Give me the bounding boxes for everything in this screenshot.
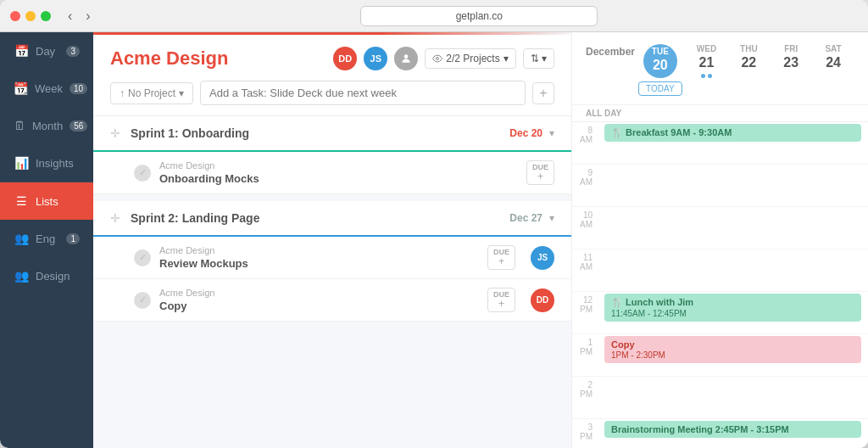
task-checkbox-1[interactable]: ✓ (134, 165, 151, 182)
sidebar-item-week[interactable]: 📆 Week 10 (0, 70, 93, 107)
header-actions: DD JS 2/2 Projects ▾ ⇅ ▾ (333, 47, 554, 70)
projects-label: 2/2 Projects (446, 53, 499, 64)
task-input[interactable] (200, 81, 526, 105)
task-input-row: ↑ No Project ▾ + (110, 81, 554, 105)
week-icon: 📆 (14, 81, 28, 95)
event-copy[interactable]: Copy 1PM - 2:30PM (604, 336, 861, 363)
maximize-button[interactable] (41, 11, 51, 21)
task-project-copy: Acme Design (159, 288, 479, 298)
close-button[interactable] (10, 11, 20, 21)
projects-button[interactable]: 2/2 Projects ▾ (425, 48, 515, 69)
due-badge-review: DUE + (487, 245, 515, 270)
day-name-tue: TUE (652, 47, 669, 56)
sidebar-badge-eng: 1 (66, 233, 80, 244)
drag-handle-2: ✛ (110, 211, 120, 225)
sidebar-badge-month: 56 (70, 120, 87, 132)
sidebar-item-eng[interactable]: 👥 Eng 1 (0, 220, 93, 257)
calendar-days-header: TUE 20 TODAY WED 21 (635, 42, 854, 98)
time-row-8am: 8 AM 🍴 Breakfast 9AM - 9:30AM (572, 122, 868, 165)
time-label-8am: 8 AM (572, 122, 598, 144)
day-num-sat: 24 (815, 53, 851, 72)
assignee-avatar-dd[interactable]: DD (531, 288, 554, 312)
time-label-11am: 11 AM (572, 249, 598, 272)
day-name-thu: THU (731, 44, 766, 53)
sidebar-item-lists[interactable]: ☰ Lists (0, 182, 93, 220)
avatar-dd[interactable]: DD (333, 47, 357, 70)
cal-day-fri[interactable]: FRI 23 (770, 42, 812, 98)
event-breakfast[interactable]: 🍴 Breakfast 9AM - 9:30AM (604, 124, 861, 142)
time-events-2pm (598, 377, 868, 380)
calendar-header: December TUE 20 TODAY WED 21 (572, 32, 868, 104)
task-info-review: Acme Design Review Mockups (159, 245, 479, 270)
task-row-copy: ✓ Acme Design Copy DUE + DD (93, 279, 571, 322)
assignee-avatar-js[interactable]: JS (531, 246, 554, 270)
event-lunch[interactable]: 🍴 Lunch with Jim 11:45AM - 12:45PM (604, 294, 861, 322)
sidebar-badge-week: 10 (70, 83, 87, 94)
sprint-1-name: Sprint 1: Onboarding (131, 126, 503, 140)
cal-day-sat[interactable]: SAT 24 (812, 42, 854, 98)
task-checkbox-copy[interactable]: ✓ (134, 292, 151, 309)
sidebar-item-month[interactable]: 🗓 Month 56 (0, 107, 93, 144)
forward-button[interactable]: › (82, 7, 93, 25)
titlebar: ‹ › getplan.co (0, 0, 868, 32)
no-project-button[interactable]: ↑ No Project ▾ (110, 82, 193, 104)
all-day-row: ALL DAY (572, 104, 868, 122)
time-row-3pm: 3 PM Brainstorming Meeting 2:45PM - 3:15… (572, 419, 868, 448)
cal-day-wed[interactable]: WED 21 (686, 42, 728, 98)
traffic-lights (10, 11, 51, 21)
day-num-fri: 23 (773, 53, 809, 72)
time-events-8am: 🍴 Breakfast 9AM - 9:30AM (598, 122, 868, 145)
app-body: 📅 Day 3 📆 Week 10 🗓 Month 56 📊 Insights … (0, 32, 868, 448)
time-events-10am (598, 207, 868, 210)
avatar-js[interactable]: JS (364, 47, 387, 70)
sprint-2-chevron: ▾ (549, 212, 554, 224)
add-task-button[interactable]: + (532, 82, 554, 104)
calendar-body: 8 AM 🍴 Breakfast 9AM - 9:30AM 9 AM 10 AM (572, 122, 868, 448)
time-row-2pm: 2 PM (572, 377, 868, 419)
lists-icon: ☰ (14, 194, 29, 208)
task-info-1: Acme Design Onboarding Mocks (159, 160, 518, 185)
sidebar-item-insights[interactable]: 📊 Insights (0, 144, 93, 182)
cal-day-tue[interactable]: TUE 20 TODAY (635, 42, 686, 98)
sidebar-badge-day: 3 (66, 46, 80, 57)
svg-point-0 (404, 54, 409, 59)
address-bar[interactable]: getplan.co (360, 6, 598, 26)
task-name-1: Onboarding Mocks (159, 172, 518, 185)
sidebar-label-lists: Lists (36, 195, 58, 208)
design-icon: 👥 (14, 269, 29, 283)
day-num-thu: 22 (731, 53, 766, 72)
url-text: getplan.co (456, 10, 503, 22)
back-button[interactable]: ‹ (64, 7, 75, 25)
day-name-sat: SAT (815, 44, 851, 53)
cal-day-thu[interactable]: THU 22 (727, 42, 770, 98)
task-name-review: Review Mockups (159, 257, 479, 270)
sprint-section-2: ✛ Sprint 2: Landing Page Dec 27 ▾ ✓ Acme… (93, 201, 571, 322)
day-num-tue: 20 (653, 56, 668, 75)
task-checkbox-review[interactable]: ✓ (134, 249, 151, 266)
today-circle: TUE 20 (643, 44, 677, 78)
main-content: Acme Design DD JS 2/2 Projects ▾ ⇅ ▾ (93, 32, 571, 448)
projects-chevron: ▾ (504, 53, 509, 64)
sprints-area: ✛ Sprint 1: Onboarding Dec 20 ▾ ✓ Acme D… (93, 116, 571, 448)
sidebar-item-day[interactable]: 📅 Day 3 (0, 32, 93, 70)
avatar-gray[interactable] (394, 47, 418, 70)
sprint-2-name: Sprint 2: Landing Page (131, 211, 503, 225)
time-label-1pm: 1 PM (572, 334, 598, 356)
sprint-2-date: Dec 27 (509, 212, 542, 224)
sort-button[interactable]: ⇅ ▾ (523, 48, 554, 69)
time-events-11am (598, 249, 868, 253)
sprint-2-header[interactable]: ✛ Sprint 2: Landing Page Dec 27 ▾ (93, 201, 571, 237)
due-badge-1: DUE + (526, 160, 554, 185)
event-brainstorm[interactable]: Brainstorming Meeting 2:45PM - 3:15PM (604, 421, 861, 438)
sidebar: 📅 Day 3 📆 Week 10 🗓 Month 56 📊 Insights … (0, 32, 93, 448)
time-row-1pm: 1 PM Copy 1PM - 2:30PM (572, 334, 868, 377)
time-label-9am: 9 AM (572, 165, 598, 187)
sidebar-label-insights: Insights (36, 157, 74, 170)
sidebar-item-design[interactable]: 👥 Design (0, 257, 93, 294)
time-row-10am: 10 AM (572, 207, 868, 249)
due-badge-copy: DUE + (487, 288, 515, 312)
minimize-button[interactable] (25, 11, 36, 21)
today-button[interactable]: TODAY (638, 81, 682, 96)
sprint-1-header[interactable]: ✛ Sprint 1: Onboarding Dec 20 ▾ (93, 116, 571, 152)
calendar-icon: 📅 (14, 44, 29, 58)
